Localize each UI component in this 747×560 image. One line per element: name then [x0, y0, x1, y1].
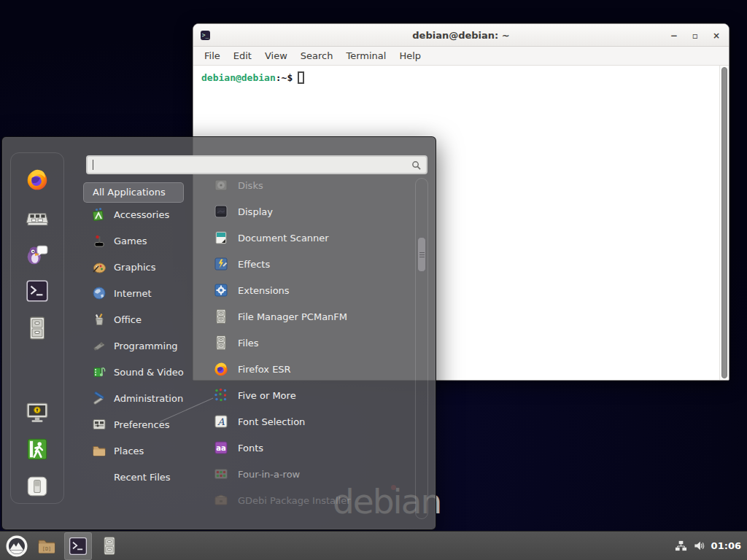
display-icon: [213, 203, 229, 219]
text-caret: [93, 160, 93, 170]
terminal-cursor: [298, 71, 304, 84]
menu-help[interactable]: Help: [392, 50, 427, 61]
magnifier-icon: [411, 160, 421, 170]
terminal-scrollbar-thumb[interactable]: [721, 67, 727, 378]
app-four-in-a-row[interactable]: Four-in-a-row: [213, 466, 406, 482]
favorites-panel: [10, 152, 64, 504]
category-graphics[interactable]: Graphics: [83, 257, 193, 276]
category-recent-files[interactable]: Recent Files: [83, 467, 193, 486]
volume-icon[interactable]: [693, 540, 705, 552]
system-tray: 01:06: [675, 540, 747, 552]
application-list: Disks Display Document Scanner Effects E…: [213, 177, 406, 508]
firefox-icon: [213, 361, 229, 377]
terminal-window-icon: >_: [201, 31, 210, 40]
app-files[interactable]: Files: [213, 335, 406, 351]
graphics-icon: [92, 260, 107, 274]
extensions-icon: [213, 282, 229, 298]
blank-icon-spacer: [92, 470, 107, 484]
terminal-window-title: debian@debian: ~: [412, 30, 509, 41]
taskbar-clock[interactable]: 01:06: [711, 540, 741, 551]
terminal-icon[interactable]: [25, 279, 50, 303]
administration-icon: [92, 391, 107, 405]
app-firefox-esr[interactable]: Firefox ESR: [213, 361, 406, 377]
category-sound-video[interactable]: Sound & Video: [83, 362, 193, 381]
file-cabinet-icon: [213, 335, 229, 351]
terminal-titlebar[interactable]: >_ debian@debian: ~ − ▫ ×: [193, 24, 729, 47]
menu-file[interactable]: File: [198, 50, 227, 61]
font-selection-icon: A: [213, 413, 229, 429]
app-file-manager-pcmanfm[interactable]: File Manager PCManFM: [213, 308, 406, 324]
prompt-suffix: :~$: [276, 72, 293, 83]
pidgin-icon[interactable]: [25, 241, 50, 266]
category-games[interactable]: Games: [83, 231, 193, 250]
application-menu: All Applications Accessories Games Graph…: [1, 136, 436, 530]
disks-icon: [213, 177, 229, 193]
internet-icon: [92, 286, 107, 300]
logout-icon[interactable]: [25, 437, 50, 462]
menu-view[interactable]: View: [258, 50, 294, 61]
shutdown-icon[interactable]: [25, 474, 50, 499]
menu-terminal[interactable]: Terminal: [339, 50, 392, 61]
prompt-user: debian@debian: [201, 72, 276, 83]
effects-icon: [213, 256, 229, 272]
network-icon[interactable]: [675, 540, 687, 552]
category-internet[interactable]: Internet: [83, 284, 193, 303]
menu-scrollbar-thumb[interactable]: [417, 237, 426, 272]
four-in-a-row-icon: [213, 466, 229, 482]
keyboard-icon[interactable]: [25, 204, 50, 229]
app-fonts[interactable]: aa Fonts: [213, 440, 406, 456]
maximize-icon[interactable]: ▫: [692, 31, 698, 40]
menu-scrollbar-track[interactable]: [415, 178, 428, 519]
menu-search[interactable]: Search: [294, 50, 340, 61]
sound-video-icon: [92, 365, 107, 379]
gdebi-icon: [213, 492, 229, 508]
category-places[interactable]: Places: [83, 441, 193, 460]
firefox-icon[interactable]: [25, 167, 50, 192]
accessories-icon: [92, 207, 107, 222]
search-input[interactable]: [95, 160, 411, 171]
places-icon: [92, 443, 107, 458]
app-display[interactable]: Display: [213, 203, 406, 219]
menu-icon[interactable]: [4, 534, 29, 559]
file-cabinet-icon: [213, 308, 229, 324]
terminal-prompt-line: debian@debian:~$: [193, 66, 729, 84]
app-font-selection[interactable]: A Font Selection: [213, 413, 406, 429]
office-icon: [92, 312, 107, 327]
svg-text:[D]: [D]: [42, 545, 52, 551]
category-accessories[interactable]: Accessories: [83, 205, 193, 224]
app-disks[interactable]: Disks: [213, 177, 406, 193]
app-gdebi-package-installer[interactable]: GDebi Package Installer: [213, 492, 406, 508]
category-programming[interactable]: Programming: [83, 336, 193, 355]
terminal-scrollbar[interactable]: [719, 66, 729, 380]
category-list: Accessories Games Graphics Internet Offi…: [83, 205, 193, 486]
lock-screen-icon[interactable]: [25, 400, 50, 424]
file-cabinet-icon[interactable]: [25, 316, 50, 341]
taskbar: [D] 01:06: [0, 531, 747, 560]
category-office[interactable]: Office: [83, 310, 193, 329]
files-cabinet-icon[interactable]: [96, 532, 123, 560]
svg-text:aa: aa: [216, 444, 226, 452]
programming-icon: [92, 338, 107, 353]
terminal-icon[interactable]: [64, 532, 92, 560]
file-manager-folder-icon[interactable]: [D]: [33, 532, 61, 560]
app-document-scanner[interactable]: Document Scanner: [213, 230, 406, 246]
terminal-menubar: File Edit View Search Terminal Help: [193, 47, 729, 66]
minimize-icon[interactable]: −: [670, 31, 678, 40]
search-input-wrap: [86, 155, 427, 174]
category-administration[interactable]: Administration: [83, 389, 193, 408]
document-scanner-icon: [213, 230, 229, 246]
category-preferences[interactable]: Preferences: [83, 415, 193, 434]
fonts-icon: aa: [213, 440, 229, 456]
category-all-applications[interactable]: All Applications: [83, 182, 184, 203]
app-five-or-more[interactable]: Five or More: [213, 387, 406, 403]
close-icon[interactable]: ×: [713, 31, 720, 40]
games-icon: [92, 233, 107, 248]
svg-text:A: A: [217, 416, 225, 427]
preferences-icon: [92, 417, 107, 432]
app-effects[interactable]: Effects: [213, 256, 406, 272]
app-extensions[interactable]: Extensions: [213, 282, 406, 298]
menu-edit[interactable]: Edit: [227, 50, 258, 61]
five-or-more-icon: [213, 387, 229, 403]
